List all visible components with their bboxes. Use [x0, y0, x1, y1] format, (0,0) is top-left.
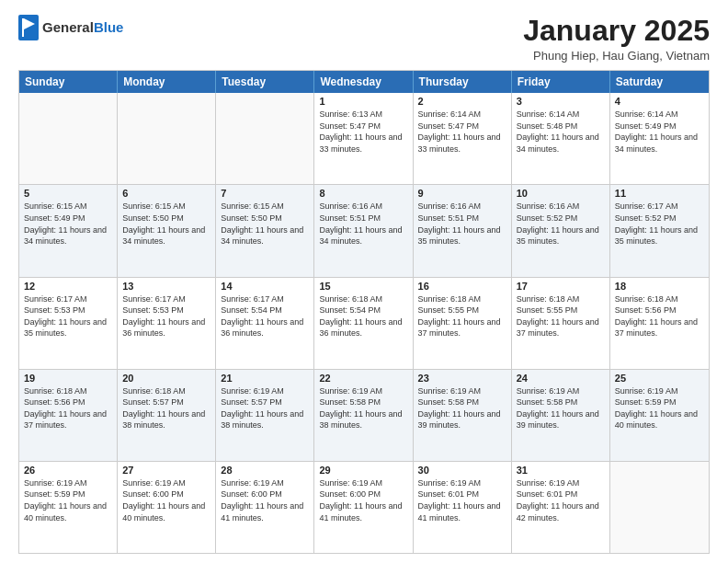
- day-number: 27: [122, 465, 210, 476]
- cal-cell: 2Sunrise: 6:14 AM Sunset: 5:47 PM Daylig…: [414, 93, 512, 184]
- day-info: Sunrise: 6:14 AM Sunset: 5:48 PM Dayligh…: [517, 109, 605, 155]
- cal-week: 26Sunrise: 6:19 AM Sunset: 5:59 PM Dayli…: [19, 462, 709, 553]
- day-number: 12: [24, 281, 112, 292]
- cal-week: 19Sunrise: 6:18 AM Sunset: 5:56 PM Dayli…: [19, 370, 709, 462]
- cal-week: 5Sunrise: 6:15 AM Sunset: 5:49 PM Daylig…: [19, 185, 709, 277]
- day-number: 30: [418, 465, 506, 476]
- logo: GeneralBlue: [18, 15, 123, 40]
- day-info: Sunrise: 6:19 AM Sunset: 5:57 PM Dayligh…: [221, 385, 309, 431]
- day-number: 2: [418, 96, 506, 107]
- cal-cell: [610, 462, 709, 553]
- day-info: Sunrise: 6:19 AM Sunset: 6:00 PM Dayligh…: [221, 477, 309, 523]
- cal-cell: 21Sunrise: 6:19 AM Sunset: 5:57 PM Dayli…: [216, 370, 314, 461]
- day-info: Sunrise: 6:19 AM Sunset: 5:58 PM Dayligh…: [319, 385, 407, 431]
- cal-cell: 11Sunrise: 6:17 AM Sunset: 5:52 PM Dayli…: [610, 185, 709, 276]
- cal-cell: [19, 93, 118, 184]
- title-block: January 2025 Phung Hiep, Hau Giang, Viet…: [523, 15, 710, 63]
- cal-cell: 29Sunrise: 6:19 AM Sunset: 6:00 PM Dayli…: [314, 462, 413, 553]
- logo-blue: Blue: [94, 19, 124, 35]
- cal-cell: 9Sunrise: 6:16 AM Sunset: 5:51 PM Daylig…: [414, 185, 512, 276]
- cal-header-cell: Thursday: [414, 71, 512, 93]
- day-number: 19: [24, 373, 112, 384]
- day-info: Sunrise: 6:17 AM Sunset: 5:54 PM Dayligh…: [221, 293, 309, 339]
- day-info: Sunrise: 6:19 AM Sunset: 5:58 PM Dayligh…: [418, 385, 506, 431]
- cal-cell: 5Sunrise: 6:15 AM Sunset: 5:49 PM Daylig…: [19, 185, 118, 276]
- cal-cell: 20Sunrise: 6:18 AM Sunset: 5:57 PM Dayli…: [118, 370, 216, 461]
- day-info: Sunrise: 6:17 AM Sunset: 5:52 PM Dayligh…: [615, 201, 704, 247]
- cal-cell: 28Sunrise: 6:19 AM Sunset: 6:00 PM Dayli…: [216, 462, 314, 553]
- cal-cell: 27Sunrise: 6:19 AM Sunset: 6:00 PM Dayli…: [118, 462, 216, 553]
- day-number: 25: [615, 373, 704, 384]
- day-number: 3: [517, 96, 605, 107]
- cal-cell: 8Sunrise: 6:16 AM Sunset: 5:51 PM Daylig…: [314, 185, 413, 276]
- day-number: 6: [122, 188, 210, 199]
- day-number: 5: [24, 188, 112, 199]
- cal-cell: 31Sunrise: 6:19 AM Sunset: 6:01 PM Dayli…: [512, 462, 610, 553]
- day-info: Sunrise: 6:18 AM Sunset: 5:55 PM Dayligh…: [418, 293, 506, 339]
- day-info: Sunrise: 6:19 AM Sunset: 5:59 PM Dayligh…: [615, 385, 704, 431]
- cal-cell: 16Sunrise: 6:18 AM Sunset: 5:55 PM Dayli…: [414, 278, 512, 369]
- cal-header-cell: Saturday: [610, 71, 709, 93]
- day-info: Sunrise: 6:14 AM Sunset: 5:47 PM Dayligh…: [418, 109, 506, 155]
- day-info: Sunrise: 6:19 AM Sunset: 5:58 PM Dayligh…: [517, 385, 605, 431]
- day-number: 28: [221, 465, 309, 476]
- day-info: Sunrise: 6:17 AM Sunset: 5:53 PM Dayligh…: [24, 293, 112, 339]
- cal-cell: 17Sunrise: 6:18 AM Sunset: 5:55 PM Dayli…: [512, 278, 610, 369]
- cal-cell: 26Sunrise: 6:19 AM Sunset: 5:59 PM Dayli…: [19, 462, 118, 553]
- cal-header-cell: Friday: [512, 71, 610, 93]
- day-info: Sunrise: 6:18 AM Sunset: 5:54 PM Dayligh…: [319, 293, 407, 339]
- svg-rect-0: [18, 15, 39, 40]
- header: GeneralBlue January 2025 Phung Hiep, Hau…: [18, 15, 710, 63]
- cal-week: 12Sunrise: 6:17 AM Sunset: 5:53 PM Dayli…: [19, 278, 709, 370]
- day-number: 31: [517, 465, 605, 476]
- cal-cell: 12Sunrise: 6:17 AM Sunset: 5:53 PM Dayli…: [19, 278, 118, 369]
- day-number: 24: [517, 373, 605, 384]
- day-info: Sunrise: 6:15 AM Sunset: 5:50 PM Dayligh…: [221, 201, 309, 247]
- cal-cell: [118, 93, 216, 184]
- day-info: Sunrise: 6:19 AM Sunset: 5:59 PM Dayligh…: [24, 477, 112, 523]
- day-number: 16: [418, 281, 506, 292]
- calendar: SundayMondayTuesdayWednesdayThursdayFrid…: [18, 70, 710, 554]
- day-info: Sunrise: 6:16 AM Sunset: 5:51 PM Dayligh…: [319, 201, 407, 247]
- cal-cell: [216, 93, 314, 184]
- cal-cell: 3Sunrise: 6:14 AM Sunset: 5:48 PM Daylig…: [512, 93, 610, 184]
- cal-header-cell: Monday: [118, 71, 216, 93]
- day-number: 11: [615, 188, 704, 199]
- day-number: 1: [319, 96, 407, 107]
- cal-cell: 7Sunrise: 6:15 AM Sunset: 5:50 PM Daylig…: [216, 185, 314, 276]
- day-info: Sunrise: 6:18 AM Sunset: 5:55 PM Dayligh…: [517, 293, 605, 339]
- day-info: Sunrise: 6:14 AM Sunset: 5:49 PM Dayligh…: [615, 109, 704, 155]
- cal-cell: 25Sunrise: 6:19 AM Sunset: 5:59 PM Dayli…: [610, 370, 709, 461]
- cal-cell: 13Sunrise: 6:17 AM Sunset: 5:53 PM Dayli…: [118, 278, 216, 369]
- day-number: 23: [418, 373, 506, 384]
- cal-cell: 4Sunrise: 6:14 AM Sunset: 5:49 PM Daylig…: [610, 93, 709, 184]
- day-number: 29: [319, 465, 407, 476]
- day-number: 8: [319, 188, 407, 199]
- day-number: 18: [615, 281, 704, 292]
- cal-cell: 19Sunrise: 6:18 AM Sunset: 5:56 PM Dayli…: [19, 370, 118, 461]
- day-info: Sunrise: 6:17 AM Sunset: 5:53 PM Dayligh…: [122, 293, 210, 339]
- day-info: Sunrise: 6:13 AM Sunset: 5:47 PM Dayligh…: [319, 109, 407, 155]
- day-number: 17: [517, 281, 605, 292]
- day-info: Sunrise: 6:19 AM Sunset: 6:01 PM Dayligh…: [418, 477, 506, 523]
- cal-header-cell: Wednesday: [314, 71, 413, 93]
- day-number: 10: [517, 188, 605, 199]
- cal-cell: 6Sunrise: 6:15 AM Sunset: 5:50 PM Daylig…: [118, 185, 216, 276]
- cal-cell: 15Sunrise: 6:18 AM Sunset: 5:54 PM Dayli…: [314, 278, 413, 369]
- day-number: 13: [122, 281, 210, 292]
- day-number: 26: [24, 465, 112, 476]
- day-info: Sunrise: 6:16 AM Sunset: 5:51 PM Dayligh…: [418, 201, 506, 247]
- day-info: Sunrise: 6:19 AM Sunset: 6:01 PM Dayligh…: [517, 477, 605, 523]
- day-number: 9: [418, 188, 506, 199]
- svg-rect-2: [22, 18, 24, 37]
- day-number: 14: [221, 281, 309, 292]
- calendar-header-row: SundayMondayTuesdayWednesdayThursdayFrid…: [19, 71, 709, 93]
- cal-cell: 18Sunrise: 6:18 AM Sunset: 5:56 PM Dayli…: [610, 278, 709, 369]
- day-info: Sunrise: 6:18 AM Sunset: 5:56 PM Dayligh…: [615, 293, 704, 339]
- logo-icon: [18, 15, 39, 40]
- logo-general: General: [42, 19, 94, 35]
- day-info: Sunrise: 6:16 AM Sunset: 5:52 PM Dayligh…: [517, 201, 605, 247]
- calendar-title: January 2025: [523, 15, 710, 47]
- cal-cell: 1Sunrise: 6:13 AM Sunset: 5:47 PM Daylig…: [314, 93, 413, 184]
- day-info: Sunrise: 6:19 AM Sunset: 6:00 PM Dayligh…: [122, 477, 210, 523]
